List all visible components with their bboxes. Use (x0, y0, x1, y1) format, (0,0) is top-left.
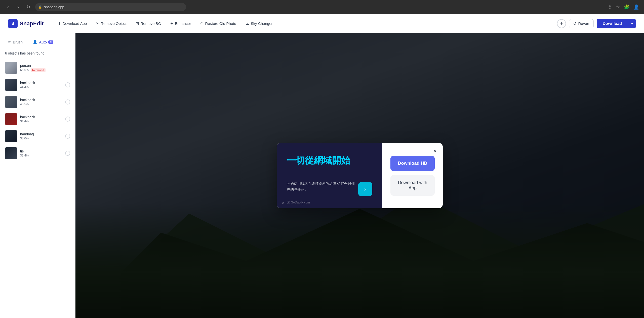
logo[interactable]: S SnapEdit (8, 19, 44, 28)
nav-remove-bg-label: Remove BG (140, 21, 161, 26)
object-info: handbag 33.0% (20, 132, 62, 140)
list-item[interactable]: backpack 45.5% (0, 93, 75, 111)
nav-remove-object[interactable]: ✂ Remove Object (92, 19, 131, 28)
refresh-button[interactable]: ↻ (24, 3, 32, 11)
object-name: backpack (20, 98, 62, 102)
download-button-group: Download ▾ (597, 19, 636, 28)
object-thumbnail (5, 130, 17, 142)
object-list: person 65.5% Removed backpack 44.4% (0, 57, 75, 164)
bookmark-icon[interactable]: ☆ (615, 3, 621, 11)
logo-icon: S (8, 19, 18, 28)
object-select-radio[interactable] (65, 134, 70, 139)
enhancer-icon: ✦ (170, 21, 173, 26)
nav-remove-bg[interactable]: ⊡ Remove BG (132, 19, 165, 28)
modal-ad-arrow-button[interactable]: › (358, 182, 372, 196)
object-select-radio[interactable] (65, 99, 70, 104)
object-pct: 33.0% (20, 137, 29, 140)
list-item[interactable]: tie 31.4% (0, 145, 75, 162)
object-select-radio[interactable] (65, 117, 70, 122)
download-main-button[interactable]: Download (597, 19, 628, 28)
nav-download-app[interactable]: ⬇ Download App (54, 19, 91, 28)
tab-brush[interactable]: ✏ Brush (4, 37, 27, 47)
object-meta: 65.5% Removed (20, 68, 70, 72)
object-name: tie (20, 149, 62, 153)
tab-brush-label: Brush (13, 40, 23, 44)
nav-enhancer[interactable]: ✦ Enhancer (166, 19, 195, 28)
tab-auto-label: Auto (39, 40, 47, 44)
sidebar-tabs: ✏ Brush 👤 Auto AI (0, 33, 75, 47)
object-select-radio[interactable] (65, 82, 70, 87)
object-name: backpack (20, 115, 62, 119)
modal-ad-title: 一切從網域開始 (287, 155, 372, 166)
scissors-icon: ✂ (96, 21, 99, 26)
object-thumbnail (5, 113, 17, 125)
tab-auto[interactable]: 👤 Auto AI (29, 37, 57, 47)
object-meta: 31.4% (20, 120, 62, 123)
logo-name: SnapEdit (20, 20, 44, 27)
modal-overlay: ✕ 一切從網域開始 開始使用域名在線打造您的品牌·信任全球領先的註冊商。 › G… (75, 33, 644, 318)
object-select-radio[interactable] (65, 151, 70, 156)
download-hd-button[interactable]: Download HD (390, 156, 435, 171)
url-text: snapedit.app (44, 5, 64, 9)
profile-icon[interactable]: 👤 (632, 3, 640, 11)
modal-ad-source: GoDaddy.com (291, 201, 310, 204)
browser-actions: ⇪ ☆ 🧩 👤 (607, 3, 640, 11)
object-meta: 33.0% (20, 137, 62, 140)
nav-restore-photo[interactable]: ◌ Restore Old Photo (196, 19, 240, 28)
object-info: person 65.5% Removed (20, 64, 70, 72)
nav-sky-label: Sky Changer (251, 21, 273, 26)
list-item[interactable]: person 65.5% Removed (0, 59, 75, 76)
ai-badge: AI (48, 40, 53, 44)
object-info: backpack 31.4% (20, 115, 62, 123)
main-content: ✏ Brush 👤 Auto AI 6 objects has been fou… (0, 33, 644, 318)
modal-ad-description: 開始使用域名在線打造您的品牌·信任全球領先的註冊商。 (287, 181, 357, 192)
sky-icon: ☁ (245, 21, 249, 26)
brush-icon: ✏ (8, 40, 11, 44)
object-thumbnail (5, 62, 17, 74)
object-meta: 31.4% (20, 154, 62, 157)
app-header: S SnapEdit ⬇ Download App ✂ Remove Objec… (0, 14, 644, 33)
list-item[interactable]: handbag 33.0% (0, 128, 75, 145)
object-pct: 45.5% (20, 102, 29, 106)
list-item[interactable]: backpack 44.4% (0, 76, 75, 93)
download-with-app-button[interactable]: Download with App (390, 175, 435, 196)
list-item[interactable]: backpack 31.4% (0, 111, 75, 128)
canvas-area: ✕ 一切從網域開始 開始使用域名在線打造您的品牌·信任全球領先的註冊商。 › G… (75, 33, 644, 318)
browser-nav-buttons: ‹ › ↻ (4, 3, 32, 11)
object-info: backpack 44.4% (20, 81, 62, 89)
revert-button[interactable]: ↺ Revert (569, 19, 593, 28)
nav-download-app-label: Download App (62, 21, 87, 26)
object-pct: 44.4% (20, 85, 29, 89)
object-pct: 31.4% (20, 154, 29, 157)
nav-sky-changer[interactable]: ☁ Sky Changer (241, 19, 277, 28)
address-bar[interactable]: 🔒 snapedit.app (35, 3, 186, 11)
object-pct: 65.5% (20, 68, 29, 72)
modal-close-button[interactable]: ✕ (431, 147, 439, 155)
object-thumbnail (5, 96, 17, 108)
close-icon: ✕ (433, 148, 437, 154)
extensions-icon[interactable]: 🧩 (623, 3, 630, 11)
modal-body: 一切從網域開始 開始使用域名在線打造您的品牌·信任全球領先的註冊商。 › GoD… (277, 143, 443, 208)
revert-label: Revert (578, 21, 589, 26)
ad-close-icon[interactable]: ✕ (282, 201, 285, 205)
sidebar: ✏ Brush 👤 Auto AI 6 objects has been fou… (0, 33, 75, 318)
download-dropdown-button[interactable]: ▾ (628, 19, 636, 28)
back-button[interactable]: ‹ (4, 3, 12, 11)
header-right: + ↺ Revert Download ▾ (557, 19, 636, 28)
share-icon[interactable]: ⇪ (607, 3, 613, 11)
nav-restore-label: Restore Old Photo (205, 21, 236, 26)
add-button[interactable]: + (557, 19, 566, 28)
remove-bg-icon: ⊡ (136, 21, 139, 26)
object-name: handbag (20, 132, 62, 136)
nav-remove-object-label: Remove Object (101, 21, 127, 26)
nav-menu: ⬇ Download App ✂ Remove Object ⊡ Remove … (54, 19, 547, 28)
object-name: backpack (20, 81, 62, 85)
forward-button[interactable]: › (14, 3, 22, 11)
revert-icon: ↺ (573, 21, 577, 26)
object-thumbnail (5, 147, 17, 159)
object-pct: 31.4% (20, 120, 29, 123)
object-thumbnail (5, 79, 17, 91)
ad-info-icon[interactable]: ⓘ (287, 200, 290, 205)
browser-chrome: ‹ › ↻ 🔒 snapedit.app ⇪ ☆ 🧩 👤 (0, 0, 644, 14)
object-name: person (20, 64, 70, 68)
